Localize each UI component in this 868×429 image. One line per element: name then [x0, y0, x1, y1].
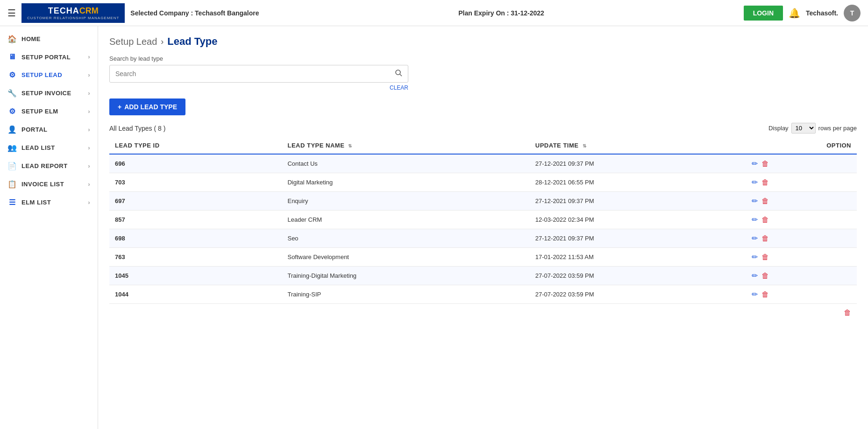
search-label: Search by lead type: [109, 55, 857, 62]
cell-update-time: 17-01-2022 11:53 AM: [530, 248, 746, 267]
edit-icon[interactable]: ✏: [752, 159, 758, 168]
sidebar-item-lead-list[interactable]: 👥 LEAD LIST ›: [0, 139, 98, 157]
table-row: 697 Enquiry 27-12-2021 09:37 PM ✏ 🗑: [109, 192, 857, 211]
cell-option: ✏ 🗑: [746, 154, 857, 173]
sidebar-item-elm-list[interactable]: ☰ ELM LIST ›: [0, 193, 98, 211]
sidebar-label-portal: PORTAL: [21, 126, 47, 133]
cell-id: 698: [109, 229, 282, 248]
edit-icon[interactable]: ✏: [752, 253, 758, 261]
cell-update-time: 27-12-2021 09:37 PM: [530, 229, 746, 248]
logo-crm: CRM: [79, 6, 99, 16]
sidebar-label-invoice-list: INVOICE LIST: [21, 181, 64, 188]
user-name: Techasoft.: [806, 9, 838, 17]
table-row: 857 Leader CRM 12-03-2022 02:34 PM ✏ 🗑: [109, 211, 857, 229]
plan-expiry-label: Plan Expiry On :: [458, 9, 509, 17]
chevron-right-icon: ›: [88, 90, 91, 97]
delete-icon[interactable]: 🗑: [761, 234, 769, 243]
delete-icon[interactable]: 🗑: [761, 290, 769, 299]
cell-name: Enquiry: [282, 192, 529, 211]
cell-id: 1044: [109, 285, 282, 304]
table-header: LEAD TYPE ID LEAD TYPE NAME ⇅ UPDATE TIM…: [109, 137, 857, 154]
home-icon: 🏠: [7, 35, 17, 43]
setup-portal-icon: 🖥: [7, 53, 17, 61]
lead-report-icon: 📄: [7, 162, 17, 170]
delete-icon-phantom[interactable]: 🗑: [844, 309, 851, 316]
cell-name: Leader CRM: [282, 211, 529, 229]
chevron-right-icon: ›: [88, 127, 91, 133]
cell-id: 1045: [109, 267, 282, 285]
main-content: Setup Lead › Lead Type Search by lead ty…: [98, 26, 868, 429]
cell-name: Training-Digital Marketing: [282, 267, 529, 285]
sidebar-item-invoice-list[interactable]: 📋 INVOICE LIST ›: [0, 175, 98, 193]
sidebar-label-elm-list: ELM LIST: [21, 199, 51, 206]
edit-icon[interactable]: ✏: [752, 215, 758, 224]
logo-text-top: TECHA: [48, 6, 79, 16]
cell-name: Contact Us: [282, 154, 529, 173]
sidebar-label-lead-report: LEAD REPORT: [21, 162, 68, 169]
plan-expiry-date: 31-12-2022: [511, 9, 544, 17]
sidebar-item-setup-elm[interactable]: ⚙ SETUP ELM ›: [0, 102, 98, 120]
sidebar-item-setup-lead[interactable]: ⚙ SETUP LEAD ›: [0, 66, 98, 84]
cell-update-time: 27-12-2021 09:37 PM: [530, 192, 746, 211]
logo-tagline: CUSTOMER RELATIONSHIP MANAGEMENT: [27, 16, 119, 20]
breadcrumb-setup-lead[interactable]: Setup Lead: [109, 36, 157, 47]
table-row: 698 Seo 27-12-2021 09:37 PM ✏ 🗑: [109, 229, 857, 248]
chevron-right-icon: ›: [88, 72, 91, 78]
search-button[interactable]: [389, 65, 408, 82]
edit-icon[interactable]: ✏: [752, 197, 758, 205]
delete-icon[interactable]: 🗑: [761, 197, 769, 205]
cell-option: ✏ 🗑: [746, 229, 857, 248]
cell-update-time: 27-12-2021 09:37 PM: [530, 154, 746, 173]
col-option: OPTION: [746, 137, 857, 154]
chevron-right-icon: ›: [88, 54, 91, 60]
cell-update-time: 27-07-2022 03:59 PM: [530, 267, 746, 285]
table-row: 703 Digital Marketing 28-12-2021 06:55 P…: [109, 173, 857, 192]
edit-icon[interactable]: ✏: [752, 234, 758, 243]
rows-per-page-select[interactable]: 10 25 50 100: [791, 123, 816, 134]
setup-elm-icon: ⚙: [7, 107, 17, 116]
sidebar-item-portal[interactable]: 👤 PORTAL ›: [0, 120, 98, 139]
breadcrumb-current: Lead Type: [167, 35, 217, 48]
col-update-time[interactable]: UPDATE TIME ⇅: [530, 137, 746, 154]
sidebar-item-setup-portal[interactable]: 🖥 SETUP PORTAL ›: [0, 48, 98, 66]
sidebar-label-setup-lead: SETUP LEAD: [21, 71, 62, 78]
cell-option: ✏ 🗑: [746, 192, 857, 211]
notification-bell-icon[interactable]: 🔔: [789, 7, 800, 19]
cell-option: ✏ 🗑: [746, 211, 857, 229]
cell-name: Training-SIP: [282, 285, 529, 304]
delete-icon[interactable]: 🗑: [761, 272, 769, 280]
sidebar-label-home: HOME: [21, 35, 41, 42]
sidebar-item-lead-report[interactable]: 📄 LEAD REPORT ›: [0, 157, 98, 175]
selected-company: Selected Company : Techasoft Bangalore: [130, 9, 259, 17]
avatar: T: [844, 5, 861, 21]
delete-icon[interactable]: 🗑: [761, 160, 769, 168]
svg-line-3: [400, 74, 402, 76]
search-input[interactable]: [110, 66, 389, 81]
table-row: 1045 Training-Digital Marketing 27-07-20…: [109, 267, 857, 285]
delete-icon[interactable]: 🗑: [761, 216, 769, 224]
phantom-delete-row: 🗑: [109, 304, 857, 322]
sort-arrows-name: ⇅: [348, 143, 352, 148]
edit-icon[interactable]: ✏: [752, 271, 758, 280]
cell-id: 857: [109, 211, 282, 229]
delete-icon[interactable]: 🗑: [761, 253, 769, 261]
edit-icon[interactable]: ✏: [752, 178, 758, 187]
add-lead-type-button[interactable]: + ADD LEAD TYPE: [109, 98, 185, 115]
edit-icon[interactable]: ✏: [752, 290, 758, 299]
display-label: Display: [768, 125, 789, 132]
sidebar-item-home[interactable]: 🏠 HOME: [0, 30, 98, 48]
clear-link[interactable]: CLEAR: [109, 84, 408, 91]
header-left: ☰ TECHA CRM CUSTOMER RELATIONSHIP MANAGE…: [7, 3, 259, 23]
login-button[interactable]: LOGIN: [744, 6, 783, 21]
table-row: 1044 Training-SIP 27-07-2022 03:59 PM ✏ …: [109, 285, 857, 304]
sort-arrows-time: ⇅: [583, 143, 587, 148]
breadcrumb: Setup Lead › Lead Type: [109, 35, 857, 48]
company-name: Techasoft Bangalore: [195, 9, 259, 17]
hamburger-icon[interactable]: ☰: [7, 7, 16, 19]
col-lead-type-name[interactable]: LEAD TYPE NAME ⇅: [282, 137, 529, 154]
sidebar-item-setup-invoice[interactable]: 🔧 SETUP INVOICE ›: [0, 84, 98, 102]
cell-id: 763: [109, 248, 282, 267]
cell-name: Software Development: [282, 248, 529, 267]
delete-icon[interactable]: 🗑: [761, 178, 769, 187]
table-row: 696 Contact Us 27-12-2021 09:37 PM ✏ 🗑: [109, 154, 857, 173]
